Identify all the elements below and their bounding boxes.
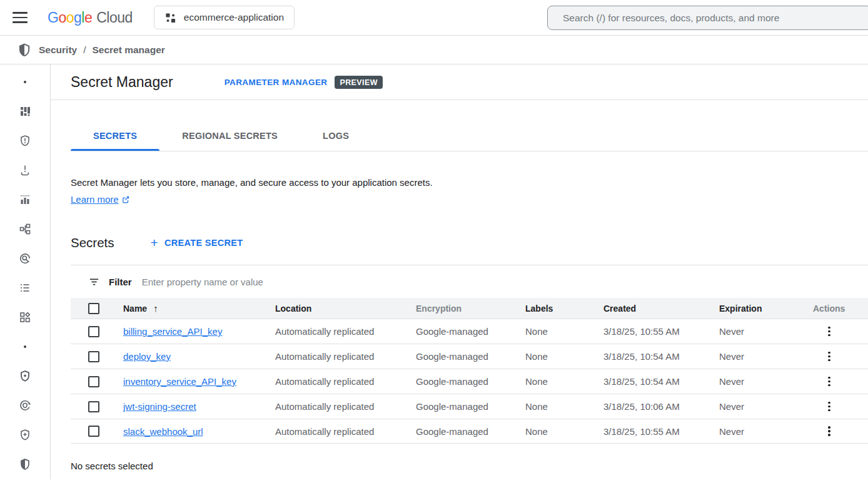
cell-location: Automatically replicated <box>275 351 416 362</box>
secret-link[interactable]: billing_service_API_key <box>123 326 222 337</box>
row-actions-menu-icon[interactable] <box>820 323 838 340</box>
secret-link[interactable]: deploy_key <box>123 351 171 362</box>
cell-created: 3/18/25, 10:06 AM <box>603 401 719 412</box>
breadcrumb-security[interactable]: Security <box>39 44 77 56</box>
sidebar-nav <box>0 64 51 479</box>
parameter-manager-link[interactable]: PARAMETER MANAGER <box>225 78 328 87</box>
secrets-header: Secrets + CREATE SECRET <box>71 235 868 250</box>
table-row: billing_service_API_key Automatically re… <box>71 319 868 344</box>
row-checkbox[interactable] <box>88 376 99 387</box>
cell-created: 3/18/25, 10:55 AM <box>603 426 719 437</box>
logo-letter: G <box>48 9 58 26</box>
gcp-console: G o o g l e Cloud ecommerce-application <box>0 0 868 480</box>
cell-labels: None <box>525 401 603 412</box>
sidebar-shield-dot-icon[interactable] <box>0 361 50 391</box>
sidebar-shield-refresh-icon[interactable] <box>0 391 50 420</box>
column-header-expiration[interactable]: Expiration <box>719 304 813 314</box>
cell-expiration: Never <box>719 351 813 362</box>
cell-location: Automatically replicated <box>275 326 416 337</box>
cell-labels: None <box>525 426 603 437</box>
cell-encryption: Google-managed <box>416 351 525 362</box>
column-header-actions: Actions <box>813 304 868 314</box>
sort-ascending-icon: ↑ <box>153 303 158 314</box>
menu-icon[interactable] <box>13 9 30 26</box>
security-shield-icon <box>18 43 31 57</box>
column-header-name[interactable]: Name ↑ <box>123 303 275 314</box>
cell-labels: None <box>525 326 603 337</box>
filter-input[interactable] <box>142 277 868 287</box>
sidebar-scan-search-icon[interactable] <box>0 243 50 273</box>
filter-icon[interactable] <box>88 276 100 288</box>
page-title: Secret Manager <box>71 74 173 91</box>
row-checkbox[interactable] <box>88 426 99 437</box>
table-header-row: Name ↑ Location Encryption Labels Create… <box>71 298 868 319</box>
sidebar-risk-dashboard-icon[interactable] <box>0 96 50 126</box>
plus-icon: + <box>151 236 159 249</box>
secret-link[interactable]: jwt-signing-secret <box>123 401 196 412</box>
learn-more-link[interactable]: Learn more <box>71 193 119 206</box>
sidebar-list-icon[interactable] <box>0 273 50 302</box>
row-actions-menu-icon[interactable] <box>820 348 838 365</box>
cell-created: 3/18/25, 10:55 AM <box>603 326 719 337</box>
search-input[interactable] <box>548 13 868 24</box>
column-header-labels[interactable]: Labels <box>525 304 603 314</box>
column-header-created[interactable]: Created <box>603 304 719 314</box>
cell-created: 3/18/25, 10:54 AM <box>603 376 719 387</box>
table-row: deploy_key Automatically replicated Goog… <box>71 344 868 369</box>
secret-link[interactable]: inventory_service_API_key <box>123 376 236 387</box>
breadcrumb-secret-manager[interactable]: Secret manager <box>92 44 164 56</box>
external-link-icon <box>121 195 130 204</box>
logo-cloud-word: Cloud <box>96 9 133 26</box>
sidebar-dot-icon[interactable] <box>0 67 50 96</box>
project-selector[interactable]: ecommerce-application <box>154 6 295 29</box>
table-row: inventory_service_API_key Automatically … <box>71 369 868 394</box>
logo-letter: o <box>58 9 66 26</box>
logo-letter: g <box>74 9 81 26</box>
sidebar-bar-chart-icon[interactable] <box>0 185 50 214</box>
row-actions-menu-icon[interactable] <box>820 422 838 440</box>
main-content: Secret Manager PARAMETER MANAGER PREVIEW… <box>51 64 868 479</box>
cell-encryption: Google-managed <box>416 326 525 337</box>
row-checkbox[interactable] <box>88 401 99 412</box>
tab-regional-secrets[interactable]: REGIONAL SECRETS <box>159 121 300 151</box>
google-cloud-logo[interactable]: G o o g l e Cloud <box>48 9 133 26</box>
row-checkbox[interactable] <box>88 351 99 362</box>
cell-expiration: Never <box>719 401 813 412</box>
sidebar-shield-alert-icon[interactable] <box>0 126 50 155</box>
table-row: jwt-signing-secret Automatically replica… <box>71 394 868 419</box>
cell-created: 3/18/25, 10:54 AM <box>603 351 719 362</box>
filter-bar: Filter <box>71 265 868 298</box>
secret-link[interactable]: slack_webhook_url <box>123 426 203 437</box>
cell-encryption: Google-managed <box>416 376 525 387</box>
row-actions-menu-icon[interactable] <box>820 373 838 391</box>
tab-logs[interactable]: LOGS <box>300 121 371 151</box>
table-row: slack_webhook_url Automatically replicat… <box>71 419 868 444</box>
cell-expiration: Never <box>719 376 813 387</box>
sidebar-hierarchy-icon[interactable] <box>0 214 50 243</box>
project-name: ecommerce-application <box>184 12 284 23</box>
breadcrumb: Security / Secret manager <box>0 36 868 64</box>
sidebar-dot-icon-2[interactable] <box>0 332 50 361</box>
cell-labels: None <box>525 376 603 387</box>
secrets-heading: Secrets <box>71 235 114 250</box>
global-search <box>547 6 868 30</box>
project-icon <box>164 12 176 24</box>
sidebar-apps-grid-icon[interactable] <box>0 302 50 332</box>
cell-expiration: Never <box>719 426 813 437</box>
cell-location: Automatically replicated <box>275 376 416 387</box>
sidebar-alert-tray-icon[interactable] <box>0 155 50 185</box>
logo-letter: e <box>84 9 92 26</box>
sidebar-shield-half-icon[interactable] <box>0 449 50 479</box>
tab-secrets[interactable]: SECRETS <box>71 121 159 151</box>
sidebar-shield-plus-icon[interactable] <box>0 420 50 449</box>
intro-text: Secret Manager lets you store, manage, a… <box>71 176 868 189</box>
secrets-table: Filter Name ↑ Location Encryption Labels… <box>71 265 868 444</box>
column-header-encryption: Encryption <box>416 304 525 314</box>
preview-badge: PREVIEW <box>335 76 382 89</box>
create-secret-button[interactable]: + CREATE SECRET <box>151 237 243 250</box>
column-header-location[interactable]: Location <box>275 304 416 314</box>
select-all-checkbox[interactable] <box>88 303 99 314</box>
row-actions-menu-icon[interactable] <box>820 398 838 416</box>
row-checkbox[interactable] <box>88 326 99 337</box>
cell-location: Automatically replicated <box>275 426 416 437</box>
